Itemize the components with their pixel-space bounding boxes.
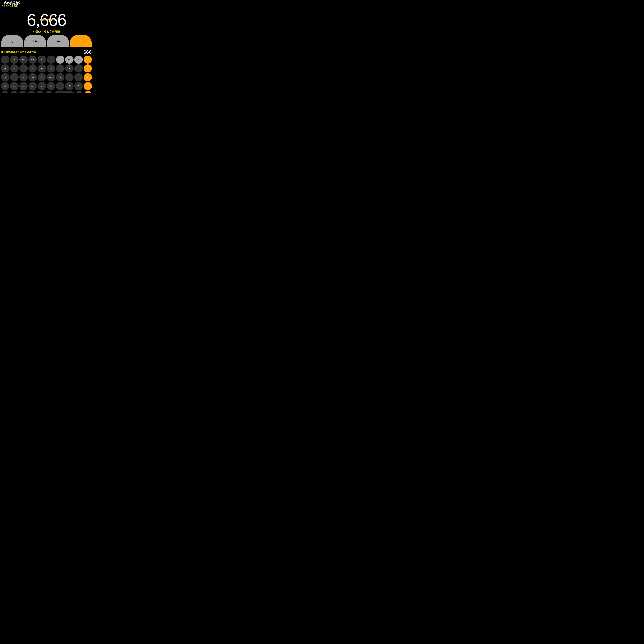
- btn-2nd[interactable]: 2nd: [1, 64, 9, 72]
- btn-ln[interactable]: ln: [38, 73, 46, 81]
- subtitle-highlight1: 元气: [6, 5, 10, 7]
- landscape-number: 666: [83, 49, 92, 55]
- btn-log10[interactable]: log10: [47, 73, 55, 81]
- btn-ee[interactable]: EE: [47, 82, 55, 90]
- btn-mminus[interactable]: m-: [38, 56, 46, 64]
- landscape-hint-row: 将计算机横过来打开更多计算方式 666: [0, 48, 93, 56]
- btn-divide[interactable]: ÷: [84, 56, 92, 64]
- calc-row-1: ( ) mc m+ m- mr C +/- % ÷: [1, 56, 92, 64]
- btn-cosh[interactable]: cosh: [19, 91, 27, 93]
- divide-button-big[interactable]: ÷: [70, 35, 92, 47]
- btn-3[interactable]: 3: [74, 82, 83, 90]
- page-title: 《计算机篇》: [2, 1, 91, 5]
- swipe-hint: 左滑或右滑数字可删除: [0, 29, 93, 35]
- landscape-hint-text: 将计算机横过来打开更多计算方式: [1, 51, 36, 54]
- top-button-row: C +/- % ÷: [0, 35, 93, 47]
- btn-tanh[interactable]: tanh: [27, 91, 35, 93]
- calc-row-3: ¹/x ²√x ³√x ʸ√x ln log10 4 5 6 −: [1, 73, 92, 81]
- subtitle-highlight2: 数码迷: [12, 5, 18, 7]
- calculator-grid: ( ) mc m+ m- mr C +/- % ÷ 2nd x² x³ xy e…: [0, 56, 93, 93]
- btn-rand[interactable]: Rand: [45, 91, 53, 93]
- btn-subtract[interactable]: −: [84, 73, 92, 81]
- btn-close-paren[interactable]: ): [10, 56, 18, 64]
- btn-reciprocal[interactable]: ¹/x: [1, 73, 9, 81]
- btn-xsquared[interactable]: x²: [10, 64, 18, 72]
- percent-button-big[interactable]: %: [47, 35, 69, 47]
- btn-9[interactable]: 9: [74, 64, 83, 72]
- btn-1[interactable]: 1: [56, 82, 64, 90]
- btn-xy[interactable]: xy: [28, 64, 37, 72]
- btn-7[interactable]: 7: [56, 64, 64, 72]
- calc-row-4: x! sin cos tan e EE 1 2 3 +: [1, 82, 92, 90]
- subtitle-normal: 充满: [2, 5, 6, 7]
- btn-sin[interactable]: sin: [10, 82, 18, 90]
- btn-decimal[interactable]: .: [75, 91, 83, 93]
- btn-mplus[interactable]: m+: [28, 56, 37, 64]
- btn-0[interactable]: 0: [54, 91, 74, 93]
- btn-2[interactable]: 2: [65, 82, 74, 90]
- calc-row-2: 2nd x² x³ xy ex 10x 7 8 9 ×: [1, 64, 92, 72]
- clear-button-big[interactable]: C: [1, 35, 23, 47]
- btn-5[interactable]: 5: [65, 73, 74, 81]
- btn-xcubed[interactable]: x³: [19, 64, 28, 72]
- btn-tan[interactable]: tan: [28, 82, 37, 90]
- calc-row-5: Rad sinh cosh tanh π Rand 0 . =: [1, 91, 92, 93]
- btn-sqrt2[interactable]: ²√x: [10, 73, 18, 81]
- display-value: 6,666: [27, 11, 66, 28]
- btn-sqrt3[interactable]: ³√x: [19, 73, 28, 81]
- btn-4[interactable]: 4: [56, 73, 64, 81]
- btn-6[interactable]: 6: [74, 73, 83, 81]
- btn-clear[interactable]: C: [56, 56, 64, 64]
- btn-rad[interactable]: Rad: [1, 91, 9, 93]
- btn-sqrty[interactable]: ʸ√x: [28, 73, 37, 81]
- btn-equals[interactable]: =: [84, 91, 92, 93]
- page-subtitle: 充满元气的数码迷: [2, 5, 91, 8]
- subtitle-normal2: 的: [10, 5, 12, 7]
- btn-plusminus[interactable]: +/-: [65, 56, 74, 64]
- btn-add[interactable]: +: [84, 82, 92, 90]
- display-section: 6,666 🤜 » « 🤛: [0, 8, 93, 29]
- btn-sinh[interactable]: sinh: [10, 91, 18, 93]
- btn-mr[interactable]: mr: [47, 56, 55, 64]
- btn-8[interactable]: 8: [65, 64, 74, 72]
- btn-open-paren[interactable]: (: [1, 56, 9, 64]
- btn-pi[interactable]: π: [36, 91, 44, 93]
- plusminus-button-big[interactable]: +/-: [24, 35, 46, 47]
- btn-mc[interactable]: mc: [19, 56, 28, 64]
- btn-e[interactable]: e: [38, 82, 46, 90]
- btn-multiply[interactable]: ×: [84, 64, 92, 72]
- btn-ex[interactable]: ex: [38, 64, 46, 72]
- btn-percent[interactable]: %: [74, 56, 83, 64]
- btn-10x[interactable]: 10x: [47, 64, 55, 72]
- btn-factorial[interactable]: x!: [1, 82, 9, 90]
- btn-cos[interactable]: cos: [19, 82, 28, 90]
